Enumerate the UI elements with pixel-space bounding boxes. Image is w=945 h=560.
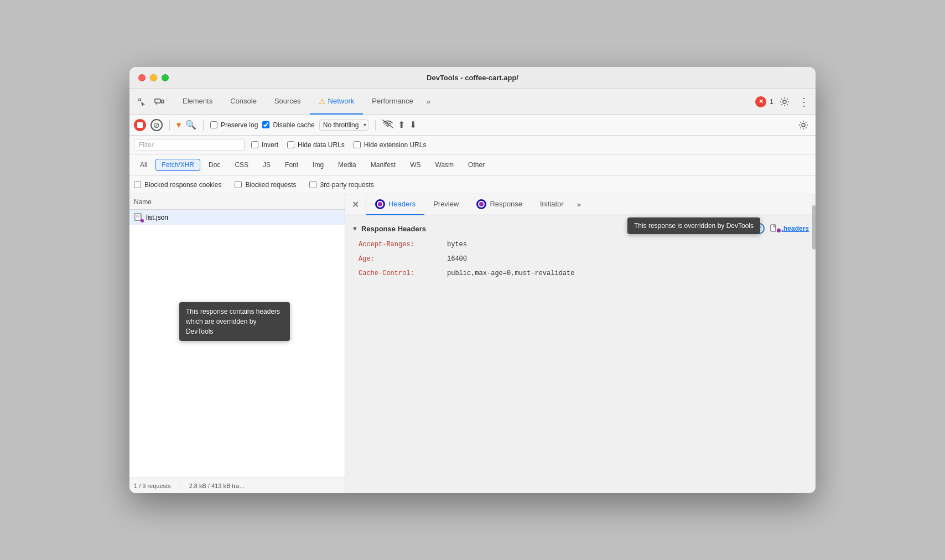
file-icon-wrapper (134, 213, 143, 222)
more-tabs-button[interactable]: » (422, 97, 435, 106)
network-settings-button[interactable] (796, 117, 811, 133)
header-row-accept-ranges: Accept-Ranges: bytes (345, 237, 816, 252)
purple-dot (141, 219, 144, 222)
svg-rect-3 (140, 100, 141, 101)
separator-2 (203, 120, 204, 131)
download-icon[interactable]: ⬇ (409, 120, 417, 130)
section-toggle-icon[interactable]: ▼ (352, 225, 358, 232)
filter-chip-img[interactable]: Img (307, 159, 330, 171)
header-row-age: Age: 16400 (345, 252, 816, 266)
maximize-button[interactable] (162, 74, 169, 81)
headers-tooltip: This response contains headers which are… (179, 302, 290, 341)
blocked-requests-checkbox[interactable]: Blocked requests (235, 181, 296, 189)
filter-chip-ws[interactable]: WS (404, 159, 427, 171)
response-indicator-inner (479, 202, 484, 206)
tab-preview[interactable]: Preview (424, 194, 468, 215)
filter-chip-css[interactable]: CSS (229, 159, 255, 171)
header-value: bytes (447, 240, 467, 250)
main-content: Name (129, 194, 816, 493)
response-indicator (476, 199, 486, 209)
error-count: 1 (770, 98, 773, 106)
svg-rect-5 (162, 100, 164, 103)
svg-point-9 (802, 123, 805, 127)
devtools-body: Elements Console Sources ⚠ Network Perfo… (129, 89, 816, 493)
type-filter-bar: All Fetch/XHR Doc CSS JS Font Img Media … (129, 154, 816, 175)
filter-chip-wasm[interactable]: Wasm (429, 159, 460, 171)
hide-extension-urls-checkbox[interactable]: Hide extension URLs (354, 141, 427, 149)
filter-chip-other[interactable]: Other (462, 159, 491, 171)
upload-icon[interactable]: ⬆ (398, 120, 405, 130)
svg-point-7 (783, 100, 786, 103)
error-icon: ✕ (755, 96, 766, 107)
cursor-icon[interactable] (134, 94, 149, 110)
header-value: public,max-age=0,must-revalidate (447, 268, 574, 278)
request-list: list.json (129, 210, 345, 478)
top-tabs: Elements Console Sources ⚠ Network Perfo… (174, 89, 755, 115)
header-name: Accept-Ranges: (359, 240, 447, 250)
purple-dot-file (777, 229, 781, 232)
more-options-button[interactable]: ⋮ (796, 94, 811, 110)
filter-chip-fetch-xhr[interactable]: Fetch/XHR (155, 159, 200, 171)
filter-icon[interactable]: ▾ (176, 120, 181, 130)
tab-initiator[interactable]: Initiator (531, 194, 573, 215)
list-item[interactable]: list.json (129, 210, 345, 225)
tab-response[interactable]: Response (468, 194, 531, 215)
close-detail-button[interactable]: ✕ (345, 194, 366, 215)
third-party-checkbox[interactable]: 3rd-party requests (309, 181, 373, 189)
section-actions: ? .headers (754, 223, 809, 234)
header-name: Cache-Control: (359, 268, 447, 278)
wifi-icon (382, 120, 393, 131)
clear-button[interactable]: ⊘ (150, 119, 163, 131)
minimize-button[interactable] (150, 74, 157, 81)
device-icon[interactable] (152, 94, 167, 110)
tab-performance[interactable]: Performance (363, 89, 422, 115)
scrollbar-track (812, 194, 816, 493)
tab-sources[interactable]: Sources (266, 89, 310, 115)
throttle-selector[interactable]: No throttling Fast 3G Slow 3G ▾ (319, 120, 368, 131)
search-icon[interactable]: 🔍 (185, 120, 196, 130)
detail-tabs: ✕ Headers Preview (345, 194, 816, 215)
close-button[interactable] (138, 74, 146, 81)
settings-button[interactable] (777, 94, 792, 110)
tab-bar-icons (134, 94, 167, 110)
filter-chip-js[interactable]: JS (257, 159, 277, 171)
scrollbar-thumb[interactable] (812, 205, 816, 250)
svg-rect-13 (771, 225, 776, 231)
tab-network[interactable]: ⚠ Network (310, 89, 364, 115)
network-toolbar: ⊘ ▾ 🔍 Preserve log Disable cache No thro… (129, 115, 816, 136)
warning-icon: ⚠ (319, 97, 326, 106)
titlebar: DevTools - coffee-cart.app/ (129, 67, 816, 89)
headers-file-link[interactable]: .headers (769, 224, 809, 233)
separator (169, 120, 170, 131)
request-name: list.json (146, 214, 168, 221)
stop-recording-button[interactable] (134, 119, 146, 131)
filter-bar: Invert Hide data URLs Hide extension URL… (129, 136, 816, 154)
header-name: Age: (359, 254, 447, 264)
invert-checkbox[interactable]: Invert (251, 141, 278, 149)
filter-chip-all[interactable]: All (134, 159, 153, 171)
tab-console[interactable]: Console (221, 89, 266, 115)
headers-indicator (375, 199, 385, 209)
svg-rect-4 (155, 99, 160, 103)
devtools-window: DevTools - coffee-cart.app/ (129, 67, 816, 493)
tab-headers[interactable]: Headers (366, 194, 424, 215)
hide-data-urls-checkbox[interactable]: Hide data URLs (287, 141, 345, 149)
tab-elements[interactable]: Elements (174, 89, 221, 115)
filter-chip-doc[interactable]: Doc (202, 159, 226, 171)
disable-cache-checkbox[interactable]: Disable cache (262, 121, 314, 129)
filter-input[interactable] (134, 139, 245, 151)
filter-chip-media[interactable]: Media (332, 159, 362, 171)
preserve-log-checkbox[interactable]: Preserve log (210, 121, 258, 129)
blocked-cookies-checkbox[interactable]: Blocked response cookies (134, 181, 221, 189)
separator (180, 482, 180, 490)
headers-indicator-inner (378, 202, 382, 206)
blocked-bar: Blocked response cookies Blocked request… (129, 175, 816, 194)
svg-rect-2 (140, 98, 141, 100)
response-tooltip: This response is overridden by DevTools (627, 217, 760, 234)
filter-chip-manifest[interactable]: Manifest (365, 159, 402, 171)
request-list-panel: Name (129, 194, 345, 493)
more-detail-tabs[interactable]: » (573, 200, 585, 209)
filter-chip-font[interactable]: Font (279, 159, 304, 171)
filter-checkboxes: Invert Hide data URLs Hide extension URL… (251, 141, 426, 149)
svg-rect-1 (138, 100, 139, 101)
